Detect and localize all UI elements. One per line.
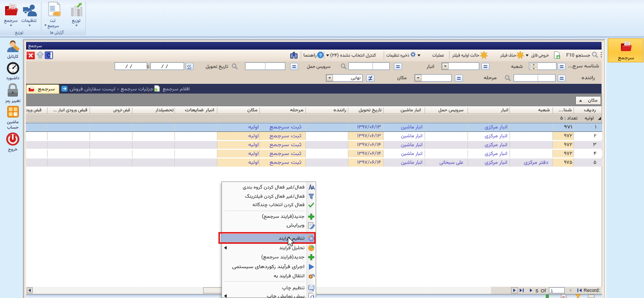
svg-text:Of: Of [541,288,546,293]
svg-text:?: ? [319,53,322,58]
svg-text:5: 5 [536,288,538,293]
svg-text:1: 1 [550,288,553,293]
svg-text:Record:: Record: [584,288,600,293]
